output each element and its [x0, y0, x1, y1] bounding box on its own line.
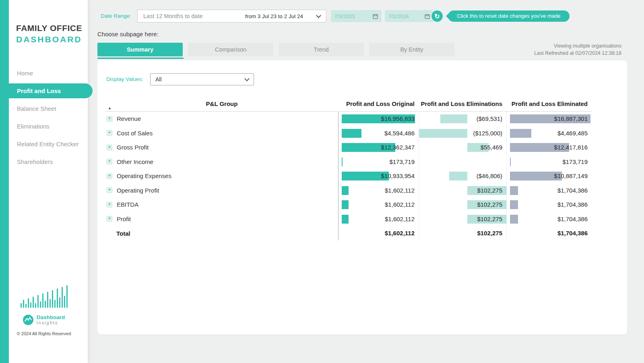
cell-value: $1,704,386	[507, 212, 592, 226]
cell-value: $55,469	[419, 140, 506, 155]
cell-orig: $12,362,347	[338, 140, 419, 155]
col-header-pnl-group[interactable]: P&L Group	[105, 100, 338, 107]
subpage-tabs: SummaryComparisonTrendBy Entity	[97, 43, 454, 56]
waveform-bar	[25, 304, 27, 308]
col-header-label: P&L Group	[206, 100, 238, 107]
pulse-circle-icon	[23, 315, 33, 325]
sidebar-item-eliminations[interactable]: Eliminations	[0, 119, 88, 134]
display-values-dropdown[interactable]: All	[150, 73, 254, 85]
cell-orig: $4,594,486	[338, 126, 419, 141]
expand-plus-icon[interactable]: +	[107, 130, 112, 136]
table-row-other-income: +Other Income$173,719$173,719	[105, 155, 592, 169]
waveform-bar	[66, 285, 68, 308]
family-office-dashboard: FAMILY OFFICE DASHBOARD HomeProfit and L…	[0, 0, 644, 363]
cell-group: +Gross Profit	[105, 140, 338, 155]
cell-group: +Cost of Sales	[105, 126, 338, 141]
sidebar-nav: HomeProfit and LossBalance SheetEliminat…	[0, 66, 88, 172]
brand-name: Dashboard	[37, 314, 65, 320]
col-header-eliminated[interactable]: Profit and Loss Eliminated	[506, 100, 592, 107]
cell-value: $1,602,112	[339, 212, 419, 226]
expand-plus-icon[interactable]: +	[107, 173, 112, 179]
expand-plus-icon[interactable]: +	[107, 187, 112, 193]
cell-value: ($69,531)	[419, 112, 506, 126]
cell-value: $10,933,954	[339, 169, 419, 183]
chevron-down-icon	[244, 76, 250, 81]
col-header-label: Profit and Loss Original	[346, 100, 415, 107]
last-refreshed: Last Refreshed at 02/07/2024 12:38:18	[534, 50, 621, 57]
cell-elimd: $16,887,301	[506, 112, 592, 126]
expand-plus-icon[interactable]: +	[107, 159, 112, 164]
date-preset-dropdown[interactable]: Last 12 Months to date from 3 Jul 23 to …	[137, 10, 326, 23]
row-label: EBITDA	[117, 201, 138, 208]
viewing-status: Viewing multiple organisations	[534, 42, 621, 50]
reset-date-callout: Click this to reset date changes you've …	[448, 10, 570, 22]
cell-elimd: $4,469,485	[506, 126, 592, 141]
waveform-bar	[47, 292, 48, 308]
display-values-value: All	[155, 76, 162, 83]
expand-plus-icon[interactable]: +	[107, 145, 112, 150]
choose-subpage-label: Choose subpage here:	[97, 31, 159, 37]
row-label: Operating Profit	[117, 187, 159, 194]
cell-elim: $102,275	[419, 212, 506, 226]
cell-elimd: $1,704,386	[506, 183, 592, 198]
expand-plus-icon[interactable]: +	[107, 116, 112, 122]
waveform-bar	[54, 300, 56, 308]
sidebar-item-profit-and-loss[interactable]: Profit and Loss	[0, 83, 93, 98]
sidebar-item-related-entity-checker[interactable]: Related Entity Checker	[0, 137, 88, 151]
waveform-bar	[35, 303, 36, 308]
table-row-cost-of-sales: +Cost of Sales$4,594,486($125,000)$4,469…	[105, 126, 592, 141]
tab-comparison[interactable]: Comparison	[188, 43, 273, 56]
row-label: Other Income	[117, 158, 153, 165]
start-date-input[interactable]: 7/3/2023	[331, 10, 382, 22]
col-header-eliminations[interactable]: Profit and Loss Eliminations	[419, 100, 506, 107]
table-row-operating-profit: +Operating Profit$1,602,112$102,275$1,70…	[105, 183, 592, 198]
cell-value: $4,469,485	[507, 126, 592, 141]
waveform-bar	[42, 293, 43, 308]
cell-group: +EBITDA	[105, 197, 338, 212]
waveform-bar	[23, 300, 24, 308]
sidebar: FAMILY OFFICE DASHBOARD HomeProfit and L…	[0, 0, 88, 363]
waveform-bar	[40, 301, 41, 308]
pnl-table-body: +Revenue$16,956,833($69,531)$16,887,301+…	[105, 112, 592, 241]
cell-value: $1,602,112	[339, 226, 419, 241]
cell-value: $16,887,301	[507, 112, 592, 126]
table-row-ebitda: +EBITDA$1,602,112$102,275$1,704,386	[105, 197, 592, 212]
cell-value: $1,602,112	[339, 183, 419, 198]
cell-elim: ($69,531)	[419, 112, 506, 126]
sidebar-item-shareholders[interactable]: Shareholders	[0, 154, 88, 169]
app-logo-line2: DASHBOARD	[16, 34, 82, 45]
sort-ascending-icon[interactable]: ▲	[108, 106, 111, 110]
chevron-down-icon	[316, 13, 321, 18]
cell-value: $173,719	[339, 155, 419, 169]
copyright-text: © 2024 All Rights Reserved	[0, 331, 88, 336]
end-date-input[interactable]: 7/2/2024	[385, 10, 433, 22]
sidebar-item-balance-sheet[interactable]: Balance Sheet	[0, 101, 88, 116]
waveform-logo	[0, 284, 88, 308]
waveform-bar	[57, 288, 58, 308]
cell-value: $1,704,386	[507, 197, 592, 212]
cell-value: $1,704,386	[507, 183, 592, 198]
pnl-table: P&L Group Profit and Loss Original Profi…	[105, 96, 592, 241]
cell-elim: $102,275	[419, 183, 506, 198]
cell-elim: $102,275	[419, 197, 506, 212]
sidebar-item-home[interactable]: Home	[0, 66, 88, 81]
app-logo-line1: FAMILY OFFICE	[16, 23, 82, 34]
cell-group: +Other Income	[105, 155, 338, 169]
cell-group: +Operating Expenses	[105, 169, 338, 183]
col-header-original[interactable]: Profit and Loss Original	[338, 100, 419, 107]
cell-elimd: $10,887,149	[506, 169, 592, 183]
cell-elim: ($46,806)	[419, 169, 506, 183]
tab-by-entity[interactable]: By Entity	[369, 43, 454, 56]
start-date-value: 7/3/2023	[334, 13, 355, 19]
table-row-gross-profit: +Gross Profit$12,362,347$55,469$12,417,8…	[105, 140, 592, 155]
tab-summary[interactable]: Summary	[97, 43, 183, 56]
cell-elimd: $173,719	[506, 155, 592, 169]
cell-elim	[419, 155, 506, 169]
cell-orig: $16,956,833	[338, 112, 419, 126]
table-row-revenue: +Revenue$16,956,833($69,531)$16,887,301	[105, 112, 592, 126]
tab-trend[interactable]: Trend	[279, 43, 364, 56]
refresh-button[interactable]: ↻	[431, 10, 444, 23]
expand-plus-icon[interactable]: +	[107, 216, 112, 222]
expand-plus-icon[interactable]: +	[107, 202, 112, 207]
cell-value: $173,719	[507, 155, 592, 169]
